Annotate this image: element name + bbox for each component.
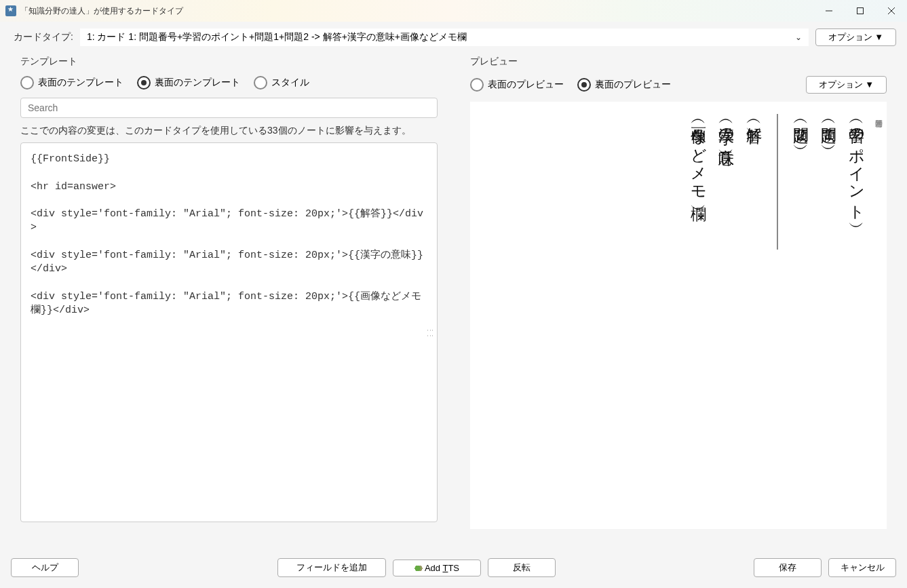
preview-field-q2: ︵問題２︶ bbox=[790, 114, 811, 136]
preview-field-q1: ︵問題１︶ bbox=[818, 114, 839, 136]
card-type-toolbar: カードタイプ: 1: カード 1: 問題番号+学習のポイント+問題1+問題2 -… bbox=[0, 22, 907, 52]
drag-handle-icon[interactable]: ⋮⋮ bbox=[425, 327, 434, 338]
template-title: テンプレート bbox=[11, 52, 447, 75]
flip-button[interactable]: 反転 bbox=[488, 558, 556, 577]
window-controls bbox=[813, 0, 907, 22]
window-title: 「知識分野の達人」が使用するカードタイプ bbox=[20, 5, 813, 17]
titlebar: 「知識分野の達人」が使用するカードタイプ bbox=[0, 0, 907, 22]
template-pane: テンプレート 表面のテンプレート 裏面のテンプレート スタイル ここでの内容の変… bbox=[11, 52, 447, 551]
save-button[interactable]: 保存 bbox=[754, 558, 822, 577]
card-type-select[interactable]: 1: カード 1: 問題番号+学習のポイント+問題1+問題2 -> 解答+漢字の… bbox=[80, 28, 809, 46]
chevron-down-icon: ⌄ bbox=[795, 33, 802, 42]
radio-style[interactable] bbox=[254, 76, 267, 90]
main-content: テンプレート 表面のテンプレート 裏面のテンプレート スタイル ここでの内容の変… bbox=[0, 52, 907, 551]
preview-title: プレビュー bbox=[461, 52, 897, 75]
minimize-button[interactable] bbox=[813, 0, 845, 22]
radio-back-preview-label[interactable]: 裏面のプレビュー bbox=[595, 79, 671, 91]
minimize-icon bbox=[826, 7, 832, 14]
radio-back-template-label[interactable]: 裏面のテンプレート bbox=[155, 77, 240, 89]
preview-field-meaning: ︵漢字の意味︶ bbox=[716, 114, 737, 141]
radio-front-template[interactable] bbox=[20, 76, 34, 90]
template-info: ここでの内容の変更は、このカードタイプを使用している33個のノートに影響を与えま… bbox=[11, 123, 447, 142]
preview-divider bbox=[777, 114, 778, 250]
preview-pane: プレビュー 表面のプレビュー 裏面のプレビュー オプション ▼ 問題番号 ︵学習… bbox=[461, 52, 897, 551]
radio-front-template-label[interactable]: 表面のテンプレート bbox=[38, 77, 123, 89]
card-type-options-button[interactable]: オプション ▼ bbox=[815, 28, 896, 46]
maximize-button[interactable] bbox=[845, 0, 876, 22]
radio-back-preview[interactable] bbox=[577, 78, 591, 92]
card-type-value: 1: カード 1: 問題番号+学習のポイント+問題1+問題2 -> 解答+漢字の… bbox=[87, 31, 467, 43]
radio-front-preview[interactable] bbox=[470, 78, 484, 92]
preview-header-row: 表面のプレビュー 裏面のプレビュー オプション ▼ bbox=[461, 75, 897, 102]
close-icon bbox=[888, 7, 895, 14]
preview-area: 問題番号 ︵学習のポイント︶ ︵問題１︶ ︵問題２︶ ︵解答︶ ︵漢字の意味︶ … bbox=[470, 102, 887, 529]
preview-field-memo: ︵画像などメモ欄︶ bbox=[688, 114, 709, 197]
radio-front-preview-label[interactable]: 表面のプレビュー bbox=[488, 79, 564, 91]
app-icon bbox=[5, 5, 16, 16]
template-code-editor[interactable]: {{FrontSide}} <hr id=answer> <div style=… bbox=[20, 142, 438, 522]
radio-style-label[interactable]: スタイル bbox=[271, 77, 309, 89]
add-tts-button[interactable]: Add TTS bbox=[393, 560, 481, 576]
preview-field-point: ︵学習のポイント︶ bbox=[846, 114, 867, 214]
close-button[interactable] bbox=[876, 0, 907, 22]
maximize-icon bbox=[857, 7, 864, 14]
radio-back-template[interactable] bbox=[137, 76, 151, 90]
preview-radio-row: 表面のプレビュー 裏面のプレビュー bbox=[470, 78, 806, 92]
code-content: {{FrontSide}} <hr id=answer> <div style=… bbox=[31, 153, 423, 316]
svg-rect-1 bbox=[857, 8, 864, 14]
preview-options-button[interactable]: オプション ▼ bbox=[806, 76, 887, 94]
help-button[interactable]: ヘルプ bbox=[11, 558, 79, 577]
card-type-label: カードタイプ: bbox=[14, 31, 73, 43]
tts-icon bbox=[414, 564, 423, 572]
preview-field-answer: ︵解答︶ bbox=[744, 114, 765, 119]
search-input[interactable] bbox=[20, 98, 438, 118]
template-radio-row: 表面のテンプレート 裏面のテンプレート スタイル bbox=[11, 75, 447, 98]
add-field-button[interactable]: フィールドを追加 bbox=[277, 558, 386, 577]
footer: ヘルプ フィールドを追加 Add TTS 反転 保存 キャンセル bbox=[0, 551, 907, 588]
cancel-button[interactable]: キャンセル bbox=[828, 558, 896, 577]
